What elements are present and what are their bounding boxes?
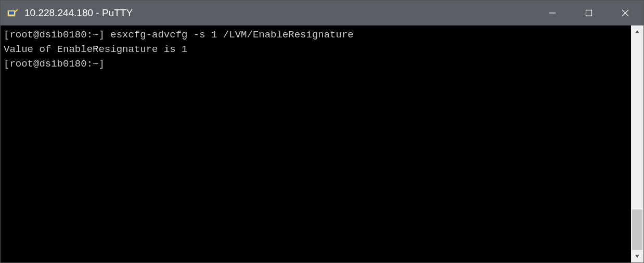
titlebar[interactable]: 10.228.244.180 - PuTTY — [1, 1, 643, 25]
scroll-up-button[interactable] — [631, 25, 643, 38]
window-title: 10.228.244.180 - PuTTY — [24, 7, 133, 19]
minimize-button[interactable] — [534, 1, 571, 25]
scroll-down-button[interactable] — [631, 250, 643, 262]
svg-line-2 — [15, 9, 18, 12]
client-area: [root@dsib0180:~] esxcfg-advcfg -s 1 /LV… — [1, 25, 643, 262]
terminal-line: [root@dsib0180:~] — [4, 57, 628, 71]
putty-icon — [7, 7, 18, 19]
close-button[interactable] — [607, 1, 643, 25]
svg-rect-4 — [586, 10, 592, 16]
terminal-line: [root@dsib0180:~] esxcfg-advcfg -s 1 /LV… — [4, 28, 628, 42]
svg-marker-8 — [635, 255, 639, 258]
scroll-thumb[interactable] — [632, 209, 642, 250]
svg-rect-1 — [9, 11, 14, 15]
scroll-track[interactable] — [631, 38, 643, 250]
putty-window: 10.228.244.180 - PuTTY [root@dsib0180:~]… — [0, 0, 644, 263]
svg-marker-7 — [635, 30, 639, 33]
vertical-scrollbar[interactable] — [631, 25, 643, 262]
maximize-button[interactable] — [571, 1, 607, 25]
terminal-output[interactable]: [root@dsib0180:~] esxcfg-advcfg -s 1 /LV… — [1, 25, 631, 262]
window-controls — [534, 1, 643, 25]
terminal-line: Value of EnableResignature is 1 — [4, 42, 628, 57]
